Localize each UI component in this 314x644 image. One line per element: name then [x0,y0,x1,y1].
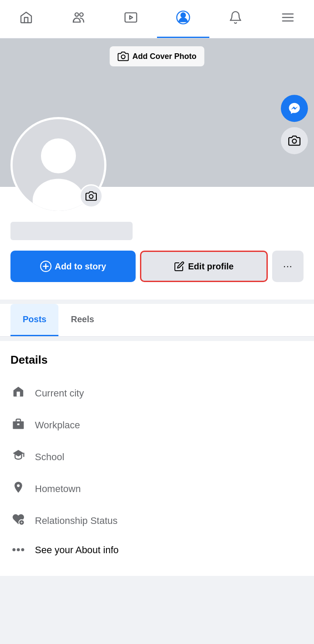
nav-profile[interactable] [157,0,209,38]
dots-icon [10,545,26,555]
detail-current-city[interactable]: Current city [10,377,304,409]
add-cover-label: Add Cover Photo [133,52,197,61]
watch-icon [124,10,138,28]
workplace-icon [10,417,26,433]
detail-school[interactable]: School [10,441,304,473]
more-dots: ··· [283,261,292,272]
see-about-label: See your About info [35,544,119,556]
home-icon [19,10,33,28]
more-options-button[interactable]: ··· [272,251,304,282]
menu-icon [281,10,295,28]
add-story-label: Add to story [55,262,106,272]
profile-icon [176,10,190,28]
friends-icon [72,10,85,28]
svg-point-13 [89,195,93,199]
detail-relationship[interactable]: + Relationship Status [10,505,304,537]
svg-text:+: + [20,520,23,525]
cover-action-buttons [281,95,308,154]
cover-camera-icon [288,134,300,147]
svg-rect-20 [17,424,20,425]
nav-menu[interactable] [262,0,314,38]
profile-picture-container [10,117,106,213]
nav-home[interactable] [0,0,52,38]
plus-circle-icon [40,261,51,272]
pencil-icon [174,261,184,272]
cover-camera-button[interactable] [281,127,308,154]
tab-posts-label: Posts [23,314,46,324]
svg-point-27 [17,548,20,551]
camera-small-icon [85,190,97,202]
home-detail-icon [10,385,26,401]
messenger-icon [288,102,301,115]
tabs-area: Posts Reels [0,304,314,337]
nav-watch[interactable] [105,0,157,38]
svg-point-11 [41,138,76,173]
svg-point-28 [21,548,24,551]
see-about-row[interactable]: See your About info [10,537,304,564]
current-city-label: Current city [35,388,84,399]
hometown-label: Hometown [35,483,81,495]
svg-rect-18 [17,392,20,396]
workplace-label: Workplace [35,420,80,431]
svg-point-14 [292,139,296,143]
svg-point-0 [75,13,78,16]
profile-camera-button[interactable] [79,184,103,208]
school-icon [10,449,26,465]
svg-rect-2 [125,13,137,22]
svg-point-26 [13,548,16,551]
svg-point-23 [17,484,20,487]
edit-profile-label: Edit profile [188,262,233,272]
bell-icon [229,10,242,28]
svg-marker-3 [130,16,133,19]
cover-photo-area: Add Cover Photo [0,38,314,187]
detail-workplace[interactable]: Workplace [10,409,304,441]
hometown-icon [10,481,26,497]
school-label: School [35,451,64,463]
nav-friends[interactable] [52,0,105,38]
action-buttons-row: Add to story Edit profile ··· [0,251,314,291]
edit-profile-button[interactable]: Edit profile [140,251,268,282]
relationship-icon: + [10,513,26,529]
section-divider [0,300,314,304]
camera-icon [118,51,129,62]
nav-notifications[interactable] [209,0,262,38]
relationship-label: Relationship Status [35,515,118,527]
svg-point-9 [121,55,125,59]
detail-hometown[interactable]: Hometown [10,473,304,505]
tab-reels-label: Reels [71,314,94,324]
profile-name-placeholder [10,222,133,240]
navigation-bar [0,0,314,38]
details-title: Details [10,353,304,367]
add-to-story-button[interactable]: Add to story [10,251,136,282]
tab-posts[interactable]: Posts [10,304,58,336]
messenger-button[interactable] [281,95,308,122]
tab-reels[interactable]: Reels [58,304,106,336]
add-cover-photo-button[interactable]: Add Cover Photo [110,46,205,66]
details-section: Details Current city Workplace [0,341,314,576]
svg-point-1 [80,13,83,16]
svg-point-4 [181,13,186,17]
